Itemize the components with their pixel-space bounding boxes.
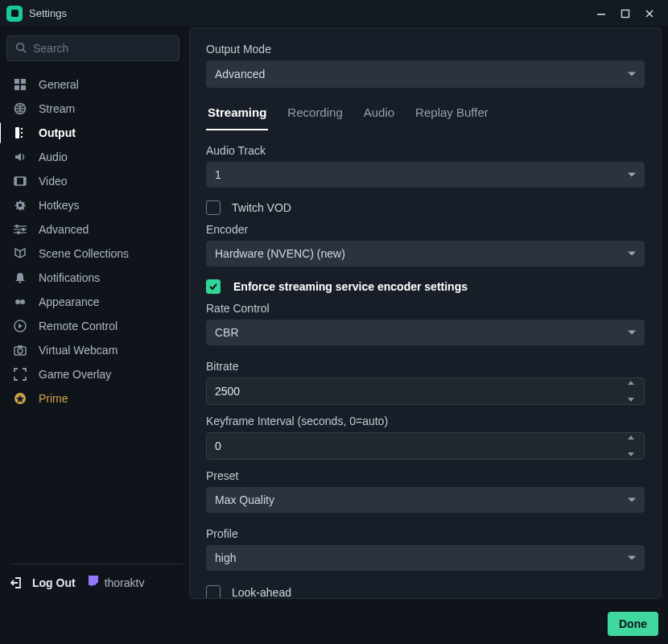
sidebar-item-label: Virtual Webcam [39,344,118,357]
done-button[interactable]: Done [608,612,658,636]
svg-rect-29 [18,345,23,348]
svg-rect-5 [21,79,26,84]
nav-list: General Stream Output Audio Video [6,69,179,415]
output-mode-select[interactable]: Advanced [206,60,645,88]
preset-label: Preset [206,469,645,482]
window-title: Settings [29,7,67,19]
select-value: Hardware (NVENC) (new) [215,247,345,260]
play-circle-icon [11,320,29,332]
sidebar-item-hotkeys[interactable]: Hotkeys [6,193,179,217]
prime-icon [11,392,29,405]
lookahead-checkbox[interactable] [206,585,221,599]
sidebar-item-stream[interactable]: Stream [6,97,179,121]
twitch-vod-checkbox[interactable] [206,200,221,215]
svg-rect-12 [21,136,23,138]
search-icon [15,42,27,56]
tab-replay-buffer[interactable]: Replay Buffer [414,105,490,130]
twitch-icon [87,575,100,590]
sidebar-item-general[interactable]: General [6,72,179,97]
logout-button[interactable]: Log Out [10,576,76,589]
chevron-down-icon [628,498,636,502]
maximize-button[interactable] [613,3,637,24]
bitrate-field[interactable] [215,385,620,398]
sidebar-item-label: Stream [39,102,75,115]
select-value: 1 [215,168,221,181]
sidebar-item-game-overlay[interactable]: Game Overlay [6,362,179,386]
tab-recording[interactable]: Recording [286,105,344,130]
encoder-select[interactable]: Hardware (NVENC) (new) [206,241,645,266]
profile-label: Profile [206,527,645,540]
logout-label: Log Out [32,576,76,589]
select-value: Advanced [215,68,265,80]
tab-audio[interactable]: Audio [362,105,396,130]
svg-rect-1 [622,10,629,17]
svg-rect-7 [21,85,26,90]
minimize-button[interactable] [589,3,613,24]
sidebar-item-output[interactable]: Output [6,121,179,145]
twitch-vod-label: Twitch VOD [232,201,291,214]
sidebar-item-label: Game Overlay [39,368,111,381]
sidebar-item-label: Output [39,126,76,139]
output-tabs: Streaming Recording Audio Replay Buffer [206,105,645,131]
chevron-down-icon [628,173,636,177]
spin-up-icon[interactable] [628,436,634,440]
sidebar-item-label: General [39,78,79,91]
profile-select[interactable]: high [206,545,645,571]
sidebar-item-appearance[interactable]: Appearance [6,290,179,314]
chevron-down-icon [628,252,636,256]
chevron-down-icon [628,556,636,560]
svg-rect-0 [597,14,605,15]
main-panel: Output Mode Advanced Streaming Recording… [189,27,662,599]
sidebar-item-label: Scene Collections [39,247,129,260]
svg-point-23 [19,281,22,283]
enforce-checkbox[interactable] [206,279,221,294]
sidebar-item-audio[interactable]: Audio [6,145,179,169]
grid-icon [11,78,29,91]
audio-track-select[interactable]: 1 [206,162,645,188]
sidebar-item-notifications[interactable]: Notifications [6,266,179,290]
rate-control-label: Rate Control [206,302,645,315]
svg-rect-10 [21,128,23,130]
output-mode-label: Output Mode [206,43,645,56]
sidebar: General Stream Output Audio Video [6,27,179,599]
preset-select[interactable]: Max Quality [206,487,645,513]
rate-control-select[interactable]: CBR [206,320,645,345]
close-button[interactable] [637,3,662,24]
app-icon [6,6,23,22]
search-field[interactable] [33,42,174,55]
search-input[interactable] [6,35,179,61]
sidebar-item-video[interactable]: Video [6,169,179,193]
keyframe-label: Keyframe Interval (seconds, 0=auto) [206,415,645,427]
select-value: CBR [215,326,239,339]
svg-line-3 [23,49,27,52]
chevron-down-icon [628,72,636,76]
sidebar-item-label: Advanced [39,223,89,236]
sidebar-item-scene-collections[interactable]: Scene Collections [6,242,179,266]
svg-point-28 [18,349,23,353]
sidebar-item-label: Appearance [39,295,100,308]
output-icon [11,126,29,139]
keyframe-input[interactable] [206,432,645,460]
sidebar-item-label: Notifications [39,271,100,284]
encoder-label: Encoder [206,223,645,236]
sidebar-item-prime[interactable]: Prime [6,386,179,411]
user-chip[interactable]: thoraktv [87,575,145,590]
tab-streaming[interactable]: Streaming [206,105,268,130]
sidebar-footer: Log Out thoraktv [10,564,183,596]
sidebar-item-label: Audio [39,151,68,163]
gear-icon [11,199,29,212]
bitrate-input[interactable] [206,378,645,405]
sidebar-item-remote-control[interactable]: Remote Control [6,314,179,338]
camera-icon [11,344,29,357]
spin-up-icon[interactable] [628,381,634,385]
spin-down-icon[interactable] [628,398,634,402]
keyframe-field[interactable] [215,440,620,452]
spin-down-icon[interactable] [628,452,634,456]
svg-point-25 [20,299,25,304]
sidebar-item-advanced[interactable]: Advanced [6,217,179,242]
sidebar-item-virtual-webcam[interactable]: Virtual Webcam [6,338,179,362]
svg-point-16 [19,204,23,208]
sidebar-item-label: Prime [39,392,68,405]
chevron-down-icon [628,331,636,335]
bitrate-label: Bitrate [206,360,645,373]
